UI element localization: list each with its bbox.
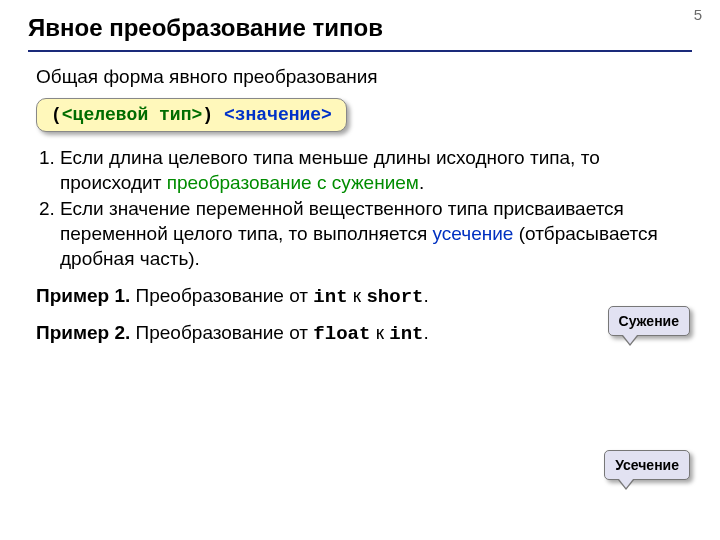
rule-highlight: преобразование с сужением <box>167 172 419 193</box>
page-number: 5 <box>694 6 702 23</box>
bubble-narrowing: Сужение <box>608 306 690 336</box>
example-mid: к <box>370 322 389 343</box>
syntax-target-type: <целевой тип> <box>62 105 202 125</box>
example-post: . <box>423 322 428 343</box>
example-from-type: float <box>313 323 370 345</box>
rules-list: Если длина целевого типа меньше длины ис… <box>34 146 686 271</box>
example-to-type: short <box>366 286 423 308</box>
rule-highlight: усечение <box>433 223 514 244</box>
page-title: Явное преобразование типов <box>0 0 720 48</box>
example-label: Пример 1. <box>36 285 130 306</box>
example-pre: Преобразование от <box>130 322 313 343</box>
syntax-box: (<целевой тип>) <значение> <box>36 98 347 132</box>
example-post: . <box>423 285 428 306</box>
syntax-close-paren: ) <box>202 105 213 125</box>
list-item: Если длина целевого типа меньше длины ис… <box>60 146 686 195</box>
example-mid: к <box>348 285 367 306</box>
syntax-open-paren: ( <box>51 105 62 125</box>
title-underline <box>28 50 692 52</box>
example-label: Пример 2. <box>36 322 130 343</box>
bubble-truncation: Усечение <box>604 450 690 480</box>
example-2: Пример 2. Преобразование от float к int. <box>36 322 684 345</box>
example-to-type: int <box>389 323 423 345</box>
example-pre: Преобразование от <box>130 285 313 306</box>
rule-text-after: . <box>419 172 424 193</box>
intro-text: Общая форма явного преобразования <box>0 66 720 98</box>
list-item: Если значение переменной вещественного т… <box>60 197 686 271</box>
syntax-value: <значение> <box>224 105 332 125</box>
example-from-type: int <box>313 286 347 308</box>
example-1: Пример 1. Преобразование от int к short. <box>36 285 684 308</box>
